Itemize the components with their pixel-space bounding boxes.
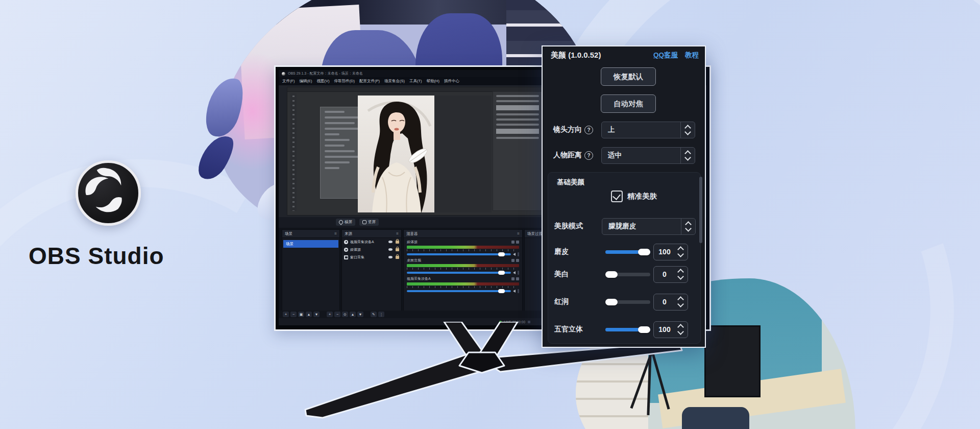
source-label: 媒体源 <box>350 247 386 252</box>
decor-thumb <box>496 129 539 134</box>
volume-slider[interactable] <box>407 270 519 275</box>
scene-filters-button[interactable]: ▣ <box>298 312 304 317</box>
kebab-icon[interactable] <box>518 271 519 275</box>
mixer-channel-icons[interactable] <box>511 277 519 280</box>
slider-thumb[interactable] <box>605 299 618 305</box>
speaker-icon[interactable] <box>513 271 516 274</box>
tab-portrait[interactable]: 竖屏 <box>359 219 379 226</box>
camera-direction-select[interactable]: 上 <box>601 122 695 138</box>
menu-tools[interactable]: 工具(T) <box>409 79 422 84</box>
visibility-eye-icon[interactable] <box>388 248 393 251</box>
lock-icon[interactable] <box>396 248 399 251</box>
camera-direction-row: 镜头方向 ? 上 <box>543 121 705 138</box>
portrait-photo <box>358 96 434 212</box>
dock-config-icon[interactable]: ≡ <box>396 231 399 236</box>
menu-edit[interactable]: 编辑(E) <box>300 79 312 84</box>
rosy-spinbox[interactable]: 0 <box>653 294 688 311</box>
source-down-button[interactable]: ▼ <box>357 312 363 317</box>
decor-bar <box>325 122 355 124</box>
decor-bar <box>325 150 355 152</box>
help-icon[interactable]: ? <box>584 126 593 134</box>
features-3d-value: 100 <box>654 325 675 333</box>
add-scene-button[interactable]: + <box>283 312 289 317</box>
volume-thumb[interactable] <box>498 271 505 275</box>
autofocus-button[interactable]: 自动对焦 <box>601 94 656 113</box>
move-up-button[interactable]: ▲ <box>306 312 312 317</box>
precise-skin-checkbox[interactable] <box>611 190 623 202</box>
qq-support-link[interactable]: QQ客服 <box>653 51 678 60</box>
scene-item-selected[interactable]: 场景 <box>283 240 338 248</box>
lock-icon[interactable] <box>396 256 399 259</box>
menu-view[interactable]: 视图(V) <box>317 79 330 84</box>
slider-thumb[interactable] <box>638 326 650 333</box>
menu-help[interactable]: 帮助(H) <box>427 79 439 84</box>
audio-mixer-dock: 混音器 ≡ 媒体源 <box>403 229 523 312</box>
menu-file[interactable]: 文件(F) <box>282 79 295 84</box>
speaker-icon[interactable] <box>513 253 516 256</box>
remove-source-button[interactable]: − <box>334 312 340 317</box>
skin-mode-select[interactable]: 朦胧磨皮 <box>602 218 696 235</box>
smoothing-slider[interactable] <box>605 250 650 254</box>
source-item[interactable]: 视频采集设备A <box>342 238 401 246</box>
kebab-icon[interactable] <box>518 289 519 293</box>
remove-scene-button[interactable]: − <box>290 312 297 317</box>
spin-steppers[interactable] <box>675 247 688 256</box>
restore-defaults-button[interactable]: 恢复默认 <box>601 67 656 86</box>
editor-side-panels <box>493 91 543 211</box>
dock-config-icon[interactable]: ≡ <box>334 231 337 236</box>
spin-steppers[interactable] <box>675 270 688 279</box>
volume-slider[interactable] <box>407 289 519 293</box>
spin-steppers[interactable] <box>675 325 688 334</box>
move-down-button[interactable]: ▼ <box>313 312 320 317</box>
rosy-slider[interactable] <box>605 300 650 304</box>
chevron-down-icon <box>677 328 684 335</box>
volume-thumb[interactable] <box>498 252 505 256</box>
visibility-eye-icon[interactable] <box>388 241 393 243</box>
select-stepper[interactable] <box>681 219 695 234</box>
whitening-value: 0 <box>654 270 675 278</box>
smoothing-spinbox[interactable]: 100 <box>653 244 688 260</box>
sources-dock-header: 来源 ≡ <box>342 230 401 238</box>
volume-thumb[interactable] <box>498 289 505 293</box>
skin-mode-label: 美肤模式 <box>554 222 583 231</box>
tab-landscape[interactable]: 横屏 <box>336 219 355 226</box>
edit-button[interactable]: ✎ <box>371 312 377 317</box>
select-stepper[interactable] <box>680 148 695 163</box>
source-item[interactable]: 窗口采集 <box>342 253 401 261</box>
help-icon[interactable]: ? <box>584 151 593 160</box>
mixer-channel-icons[interactable] <box>511 259 519 262</box>
more-button[interactable]: ⋮ <box>378 312 384 317</box>
menu-docks[interactable]: 停靠部件(D) <box>334 79 355 84</box>
slider-thumb[interactable] <box>638 249 650 255</box>
tutorial-link[interactable]: 教程 <box>685 51 699 60</box>
basic-beauty-section: 基础美颜 精准美肤 美肤模式 朦胧磨皮 磨皮 <box>548 172 701 344</box>
source-item[interactable]: 媒体源 <box>342 246 401 253</box>
precise-skin-label: 精准美肤 <box>627 192 657 201</box>
speaker-icon[interactable] <box>513 290 516 293</box>
spin-steppers[interactable] <box>675 297 688 306</box>
whitening-slider[interactable] <box>605 273 650 276</box>
portrait-woman-illustration <box>358 96 434 212</box>
source-properties-button[interactable]: ⊙ <box>342 312 348 317</box>
source-up-button[interactable]: ▲ <box>350 312 356 317</box>
menu-scene-collection[interactable]: 场景集合(S) <box>384 79 405 84</box>
obs-logo-icon <box>76 160 141 226</box>
panel-scrollbar[interactable] <box>699 177 702 243</box>
visibility-eye-icon[interactable] <box>388 256 393 258</box>
features-3d-slider[interactable] <box>605 328 650 331</box>
features-3d-spinbox[interactable]: 100 <box>653 321 688 338</box>
mixer-channel-icons[interactable] <box>511 241 519 244</box>
lock-icon[interactable] <box>396 241 399 244</box>
slider-thumb[interactable] <box>605 271 618 278</box>
menu-plugin-center[interactable]: 插件中心 <box>444 79 459 84</box>
menu-profile[interactable]: 配置文件(P) <box>359 79 380 84</box>
volume-slider[interactable] <box>407 252 519 256</box>
chevron-down-icon <box>677 273 684 280</box>
dock-config-icon[interactable]: ≡ <box>517 231 520 236</box>
person-distance-select[interactable]: 适中 <box>601 147 695 164</box>
add-source-button[interactable]: + <box>327 312 333 317</box>
audio-meter <box>407 282 519 285</box>
select-stepper[interactable] <box>680 122 695 138</box>
whitening-spinbox[interactable]: 0 <box>653 266 688 283</box>
kebab-icon[interactable] <box>518 252 519 256</box>
